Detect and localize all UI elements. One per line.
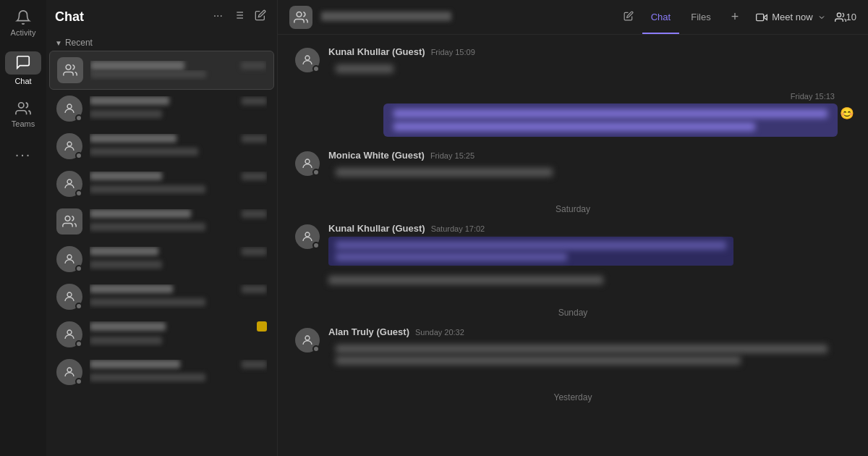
activity-icon <box>14 9 32 26</box>
tab-add[interactable]: + <box>723 0 748 34</box>
msg-sender: Alan Truly (Guest) <box>328 326 409 337</box>
svg-point-19 <box>837 13 841 17</box>
msg-content: Alan Truly (Guest) Sunday 20:32 <box>328 326 851 372</box>
msg-text <box>393 109 827 118</box>
chat-name-row <box>90 134 267 143</box>
chat-item[interactable] <box>49 353 274 391</box>
chat-info <box>90 172 267 196</box>
avatar-status <box>312 242 320 249</box>
nav-teams-label: Teams <box>12 119 35 128</box>
preview-text <box>90 185 205 193</box>
preview-text <box>90 261 162 269</box>
chat-item[interactable] <box>49 203 274 240</box>
avatar-status <box>312 65 320 72</box>
msg-text <box>336 168 553 177</box>
msg-content: Kunal Khullar (Guest) Friday 15:09 <box>328 46 851 80</box>
nav-item-teams[interactable]: Teams <box>0 94 46 134</box>
participants-button[interactable]: 10 <box>835 12 856 23</box>
message-bubble <box>328 164 560 181</box>
chat-nav-bg <box>5 51 41 75</box>
svg-point-23 <box>305 336 310 340</box>
avatar-status <box>75 340 82 347</box>
msg-header: Alan Truly (Guest) Sunday 20:32 <box>328 326 851 337</box>
tab-chat[interactable]: Chat <box>642 0 679 34</box>
svg-marker-17 <box>764 14 767 20</box>
message-group: Kunal Khullar (Guest) Friday 15:09 <box>295 46 851 80</box>
more-icon: ··· <box>14 145 32 163</box>
avatar-status <box>75 114 82 122</box>
svg-point-16 <box>297 12 302 17</box>
msg-header: Monica White (Guest) Friday 15:25 <box>328 150 851 161</box>
avatar-status <box>75 190 82 197</box>
topbar-right: Meet now 10 <box>756 12 856 23</box>
chat-info <box>90 209 267 234</box>
chat-time <box>241 62 266 69</box>
chat-item[interactable] <box>49 165 274 203</box>
chat-name-row <box>90 247 267 256</box>
chat-time <box>242 248 267 256</box>
ellipsis-icon[interactable]: ··· <box>211 7 225 26</box>
avatar <box>56 133 82 159</box>
msg-sender: Monica White (Guest) <box>328 150 425 161</box>
chat-name-row <box>90 61 266 70</box>
chat-item[interactable] <box>49 90 274 127</box>
avatar-status <box>75 265 82 272</box>
topbar-tabs: Chat Files + <box>642 0 747 34</box>
chat-item[interactable] <box>49 127 274 165</box>
svg-point-9 <box>67 142 72 146</box>
tab-files[interactable]: Files <box>682 0 719 34</box>
svg-point-7 <box>66 65 71 70</box>
preview-text <box>90 298 205 306</box>
avatar <box>56 246 82 272</box>
message-bubble <box>328 60 401 77</box>
preview-text <box>90 373 205 381</box>
message-bubble <box>328 340 820 369</box>
chat-time <box>242 360 267 368</box>
avatar <box>56 208 82 235</box>
chat-name-row <box>90 284 267 293</box>
compose-icon[interactable] <box>252 7 268 26</box>
nav-item-chat[interactable]: Chat <box>0 46 46 91</box>
preview-text <box>90 110 162 118</box>
nav-activity-label: Activity <box>11 28 36 37</box>
svg-point-21 <box>305 159 310 164</box>
chat-list-title: Chat <box>55 9 205 25</box>
msg-text <box>336 64 393 73</box>
chat-name <box>90 284 173 293</box>
chat-item[interactable] <box>49 240 274 278</box>
chat-name-row <box>90 321 267 332</box>
own-message-content: Friday 15:13 <box>383 92 838 137</box>
meet-now-button[interactable]: Meet now <box>756 12 825 23</box>
avatar <box>57 57 83 83</box>
msg-time: Sunday 20:32 <box>415 328 464 337</box>
chat-info <box>90 247 267 271</box>
chat-name-row <box>90 360 267 368</box>
edit-icon[interactable] <box>624 11 634 23</box>
svg-point-22 <box>305 232 310 237</box>
avatar-status <box>75 378 82 385</box>
message-group: Kunal Khullar (Guest) Saturday 17:02 <box>295 223 851 287</box>
svg-point-14 <box>67 330 72 334</box>
extra-message <box>328 274 851 287</box>
chat-time <box>242 285 267 293</box>
avatar <box>56 284 82 310</box>
nav-item-more[interactable]: ··· <box>0 140 46 169</box>
filter-icon[interactable] <box>231 7 247 26</box>
messages-area[interactable]: Kunal Khullar (Guest) Friday 15:09 Frida… <box>278 35 868 456</box>
chat-item[interactable] <box>49 51 274 90</box>
svg-rect-18 <box>757 14 764 20</box>
chat-name <box>90 172 162 180</box>
nav-item-activity[interactable]: Activity <box>0 3 46 43</box>
msg-avatar <box>295 48 320 72</box>
chat-info <box>90 96 267 121</box>
svg-point-20 <box>305 56 310 60</box>
topbar-group-icon <box>289 6 312 29</box>
preview-text <box>90 223 205 231</box>
chat-item[interactable] <box>49 316 274 353</box>
chat-name <box>90 96 169 105</box>
chat-item[interactable] <box>49 278 274 316</box>
chat-preview <box>90 70 266 80</box>
nav-rail: Activity Chat Teams ··· <box>0 0 46 456</box>
chat-list-header: Chat ··· <box>46 0 277 33</box>
svg-point-8 <box>67 104 72 109</box>
